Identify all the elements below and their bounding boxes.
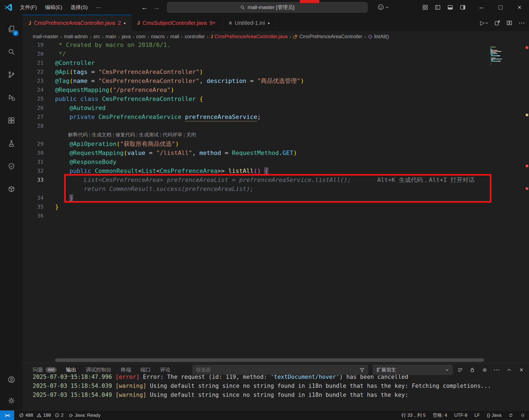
- tab[interactable]: JCmsSubjectController.java9+: [131, 15, 221, 31]
- menu-item[interactable]: 编辑(E): [41, 2, 66, 13]
- code-line[interactable]: 20 */: [55, 49, 488, 58]
- line-number[interactable]: 22: [23, 67, 44, 76]
- codelens-action[interactable]: 生成文档: [92, 132, 111, 137]
- word-wrap-icon[interactable]: [457, 367, 463, 373]
- source-control-icon[interactable]: [0, 63, 23, 86]
- more-actions-icon[interactable]: ⋯: [518, 19, 525, 27]
- panel-tab[interactable]: 调试控制台: [86, 363, 111, 376]
- code-line[interactable]: 25public class CmsPrefrenceAreaControlle…: [55, 94, 488, 103]
- breadcrumb-item[interactable]: main: [105, 34, 116, 40]
- more-actions-icon[interactable]: ⋯: [494, 367, 500, 373]
- remote-indicator[interactable]: ><: [0, 410, 14, 420]
- codelens-action[interactable]: 修复代码: [115, 132, 135, 137]
- testing-icon[interactable]: [0, 132, 23, 155]
- line-number[interactable]: 24: [23, 85, 44, 94]
- breadcrumb-item[interactable]: java: [122, 34, 131, 40]
- codelens-action[interactable]: 关闭: [186, 132, 196, 137]
- docker-icon[interactable]: [0, 178, 23, 201]
- panel-tab[interactable]: 问题688: [33, 363, 57, 376]
- line-number[interactable]: 28: [23, 121, 44, 130]
- command-center-search[interactable]: mall-master [管理员]: [167, 2, 368, 13]
- line-number[interactable]: 27: [23, 112, 44, 121]
- line-number[interactable]: 21: [23, 58, 44, 67]
- code-line[interactable]: 35}: [55, 202, 488, 211]
- panel-tab[interactable]: 端口: [140, 363, 151, 376]
- notifications-bell-icon[interactable]: [520, 413, 525, 418]
- run-debug-icon[interactable]: [0, 86, 23, 109]
- menu-item[interactable]: 文件(F): [16, 2, 41, 13]
- code-line[interactable]: 36: [55, 211, 488, 220]
- codelens-action[interactable]: 代码评审: [163, 132, 182, 137]
- tab[interactable]: ≡Untitled-1.ini●: [223, 15, 276, 31]
- filter-funnel-icon[interactable]: [359, 367, 365, 373]
- indentation[interactable]: 空格: 4: [433, 412, 447, 418]
- java-projects-icon[interactable]: [0, 155, 23, 178]
- code-line[interactable]: 30 @RequestMapping(value = "/listAll", m…: [55, 148, 488, 157]
- code-line[interactable]: 34 }: [55, 193, 488, 202]
- menu-item[interactable]: 选择(S): [66, 2, 92, 13]
- account-icon[interactable]: [0, 368, 23, 391]
- maximize-button[interactable]: [491, 0, 510, 15]
- line-number[interactable]: 34: [23, 193, 44, 202]
- breadcrumb-item[interactable]: mall: [170, 34, 179, 40]
- scroll-lock-icon[interactable]: [469, 367, 476, 373]
- line-number[interactable]: 19: [23, 42, 44, 49]
- problems-status[interactable]: 488 198 2: [19, 413, 64, 418]
- toggle-panel-icon[interactable]: [447, 4, 454, 11]
- line-number[interactable]: 33: [23, 175, 44, 184]
- breadcrumb-item[interactable]: listAll(): [368, 34, 389, 40]
- open-preview-icon[interactable]: [494, 20, 500, 26]
- breadcrumb-item[interactable]: mall-master: [33, 34, 58, 40]
- toggle-sidebar-icon[interactable]: [434, 4, 441, 11]
- code-line[interactable]: 28: [55, 121, 488, 130]
- breadcrumb-item[interactable]: mall-admin: [64, 34, 88, 40]
- eol-sequence[interactable]: LF: [474, 413, 480, 418]
- customize-layout-icon[interactable]: [422, 4, 429, 11]
- breadcrumb-item[interactable]: JCmsPrefrenceAreaController.java: [210, 34, 288, 40]
- breadcrumb-item[interactable]: CmsPrefrenceAreaController: [293, 34, 362, 40]
- code-line[interactable]: 29 @ApiOperation("获取所有商品优选"): [55, 139, 488, 148]
- line-number[interactable]: 35: [23, 202, 44, 211]
- cursor-position[interactable]: 行 33，列 5: [401, 412, 426, 418]
- explorer-icon[interactable]: 2: [0, 17, 23, 40]
- code-line[interactable]: 23@Tag(name = "CmsPrefrenceAreaControlle…: [55, 76, 488, 85]
- forward-arrow-icon[interactable]: →: [152, 3, 161, 12]
- output-channel-select[interactable]: 扩展宿主: [373, 365, 452, 375]
- codelens-action[interactable]: 解释代码: [68, 132, 88, 137]
- code-line[interactable]: 21@Controller: [55, 58, 488, 67]
- line-number[interactable]: 29: [23, 139, 44, 148]
- tab[interactable]: JCmsPrefrenceAreaController.java2●: [23, 15, 131, 31]
- code-line[interactable]: 22@Api(tags = "CmsPrefrenceAreaControlle…: [55, 67, 488, 76]
- language-mode[interactable]: {} Java: [487, 413, 501, 418]
- codelens-action[interactable]: 生成测试: [139, 132, 159, 137]
- breadcrumb-item[interactable]: controller: [185, 34, 205, 40]
- run-button[interactable]: ▷: [480, 20, 488, 26]
- code-line[interactable]: 32 public CommonResult<List<CmsPrefrence…: [55, 166, 488, 175]
- minimize-button[interactable]: –: [472, 0, 491, 15]
- code-line[interactable]: 27 private CmsPrefrenceAreaService prefr…: [55, 112, 488, 121]
- maximize-panel-icon[interactable]: [506, 367, 512, 373]
- breadcrumb-item[interactable]: macro: [151, 34, 165, 40]
- code-line[interactable]: return CommonResult.success(prefrenceAre…: [55, 184, 488, 193]
- minimap[interactable]: [490, 47, 522, 66]
- code-line[interactable]: 33 List<CmsPrefrenceArea> prefrenceAreaL…: [55, 175, 488, 184]
- close-panel-icon[interactable]: ×: [518, 367, 525, 373]
- back-arrow-icon[interactable]: ←: [140, 3, 149, 12]
- horizontal-scrollbar[interactable]: [55, 358, 484, 362]
- extensions-icon[interactable]: [0, 109, 23, 132]
- filter-input[interactable]: [196, 367, 359, 373]
- panel-tab[interactable]: 评论: [160, 363, 170, 376]
- breadcrumb-item[interactable]: com: [136, 34, 146, 40]
- code-line[interactable]: 24@RequestMapping("/prefrenceArea"): [55, 85, 488, 94]
- line-number[interactable]: 30: [23, 148, 44, 157]
- line-number[interactable]: 36: [23, 211, 44, 220]
- split-editor-icon[interactable]: [506, 20, 512, 26]
- toggle-secondary-sidebar-icon[interactable]: [459, 4, 466, 11]
- panel-tab[interactable]: 终端: [121, 363, 131, 376]
- search-sidebar-icon[interactable]: [0, 40, 23, 63]
- breadcrumb-item[interactable]: src: [93, 34, 100, 40]
- panel-tab[interactable]: 输出: [66, 363, 76, 376]
- code-line[interactable]: 19 * Created by macro on 2018/6/1.: [55, 42, 488, 49]
- line-number[interactable]: 26: [23, 103, 44, 112]
- line-number[interactable]: 25: [23, 94, 44, 103]
